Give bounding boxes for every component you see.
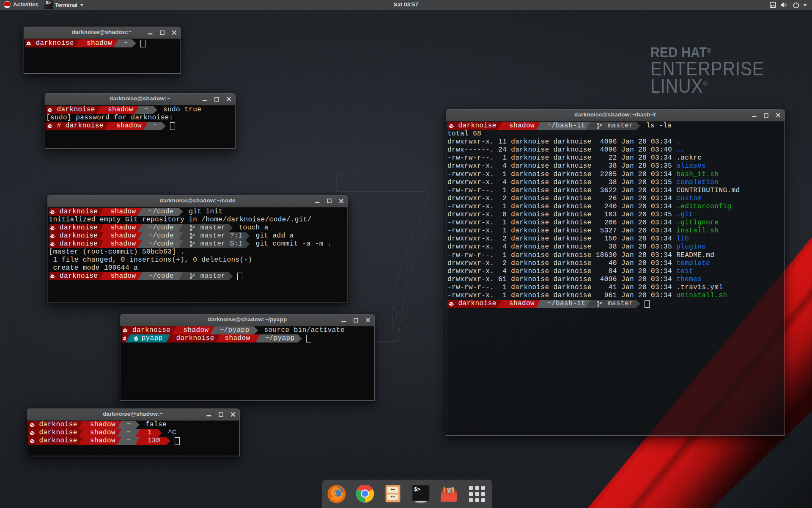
svg-text:$>: $> — [414, 487, 420, 493]
